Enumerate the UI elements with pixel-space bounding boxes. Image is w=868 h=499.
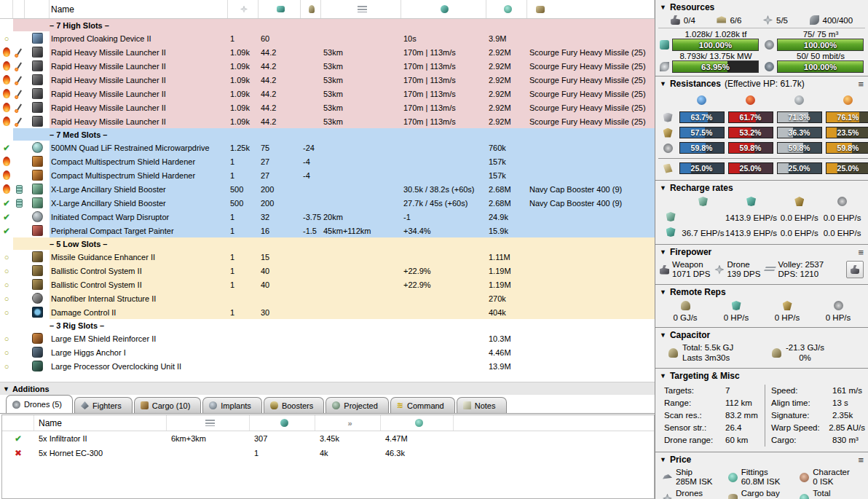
shield-explosive-resist: 76.1% [826, 111, 868, 123]
module-row[interactable]: X-Large Ancillary Shield Booster50020030… [0, 182, 655, 196]
module-charge: Scourge Fury Heavy Missile (25) [527, 45, 655, 59]
speed-sig-icon[interactable] [401, 0, 486, 18]
command-waves-icon: ≋ [397, 401, 403, 410]
resistances-title: Resistances [670, 79, 721, 89]
module-row[interactable]: ✔X-Large Ancillary Shield Booster5002002… [0, 196, 655, 210]
dps-graph-button[interactable] [846, 261, 864, 278]
remote-reps-header[interactable]: ▼ Remote Reps [658, 286, 865, 298]
menu-icon[interactable]: ≡ [858, 455, 864, 465]
drone-icon [714, 265, 724, 275]
module-row[interactable]: Rapid Heavy Missile Launcher II1.09k44.2… [0, 59, 655, 73]
module-state-cell[interactable]: ○ [0, 345, 13, 359]
module-row[interactable]: Rapid Heavy Missile Launcher II1.09k44.2… [0, 101, 655, 114]
module-row[interactable]: ○Improved Cloaking Device II16010s3.9M [0, 31, 655, 45]
module-state-cell[interactable]: ○ [0, 278, 13, 291]
module-row[interactable]: ○Large Processor Overclocking Unit II13.… [0, 359, 655, 373]
module-state-cell[interactable]: ✔ [0, 196, 13, 210]
module-state-cell[interactable]: ✔ [0, 141, 13, 154]
tab-booster[interactable]: Boosters [264, 397, 324, 413]
module-state-cell[interactable] [0, 168, 13, 182]
drone-state-cell[interactable]: ✔ [2, 433, 34, 444]
module-qty [228, 331, 259, 345]
price-icon[interactable] [486, 0, 527, 18]
module-state-cell[interactable] [0, 182, 13, 196]
module-state-cell[interactable]: ✔ [0, 210, 13, 224]
drone-state-cell[interactable]: ✖ [2, 448, 34, 458]
module-state-cell[interactable] [0, 45, 13, 59]
module-indicator-cell [13, 278, 25, 291]
hull-transfer-icon [834, 301, 843, 310]
module-row[interactable]: Rapid Heavy Missile Launcher II1.09k44.2… [0, 73, 655, 87]
optimal-range-icon[interactable] [167, 415, 250, 431]
module-state-cell[interactable]: ✔ [0, 224, 13, 237]
menu-icon[interactable]: ≡ [858, 79, 864, 90]
module-state-cell[interactable]: ○ [0, 291, 13, 305]
module-row[interactable]: ○Large Higgs Anchor I4.46M [0, 345, 655, 359]
module-state-cell[interactable]: ○ [0, 250, 13, 264]
module-row[interactable]: ○Ballistic Control System II140+22.9%1.1… [0, 278, 655, 291]
recharge-header[interactable]: ▼ Recharge rates [658, 182, 865, 194]
stat-label: Signature: [771, 409, 832, 422]
module-state-cell[interactable] [0, 73, 13, 87]
module-state-cell[interactable] [0, 101, 13, 114]
module-row[interactable]: ○Ballistic Control System II140+22.9%1.1… [0, 264, 655, 278]
resist-percent: 76.1% [826, 112, 868, 122]
module-state-cell[interactable] [0, 114, 13, 128]
module-row[interactable]: ○Large EM Shield Reinforcer II10.3M [0, 331, 655, 345]
module-row[interactable]: ○Missile Guidance Enhancer II1151.11M [0, 250, 655, 264]
module-row[interactable]: ○Damage Control II130404k [0, 305, 655, 319]
module-indicator-cell [13, 154, 25, 168]
module-row[interactable]: ✔500MN Quad LiF Restrained Microwarpdriv… [0, 141, 655, 154]
tab-command[interactable]: ≋Command [390, 397, 455, 413]
module-state-cell[interactable] [0, 154, 13, 168]
module-row[interactable]: Rapid Heavy Missile Launcher II1.09k44.2… [0, 114, 655, 128]
module-cpu: 27 [259, 168, 301, 182]
hardpoints-row: 0/46/65/5400/400 [658, 13, 865, 28]
price-icon[interactable] [381, 415, 454, 431]
module-row[interactable]: Rapid Heavy Missile Launcher II1.09k44.2… [0, 87, 655, 101]
dronebay-icon [765, 40, 774, 50]
chevrons-icon[interactable]: » [315, 415, 381, 431]
module-state-cell[interactable]: ○ [0, 359, 13, 373]
ship-price-value: 285M ISK [676, 477, 713, 487]
module-row[interactable]: ✔Peripheral Compact Target Painter116-1.… [0, 224, 655, 237]
module-state-cell[interactable]: ○ [0, 31, 13, 45]
module-row[interactable]: Compact Multispectrum Shield Hardener127… [0, 168, 655, 182]
optimal-range-icon[interactable] [321, 0, 401, 18]
module-state-cell[interactable]: ○ [0, 331, 13, 345]
module-row[interactable]: Rapid Heavy Missile Launcher II1.09k44.2… [0, 45, 655, 59]
module-price: 1.19M [486, 278, 527, 291]
module-state-cell[interactable] [0, 59, 13, 73]
cpu-icon[interactable] [259, 0, 301, 18]
tab-notes[interactable]: Notes [457, 397, 507, 413]
tab-implant[interactable]: Implants [202, 397, 262, 413]
additions-section-header[interactable]: ▼ Additions [0, 382, 655, 395]
menu-icon[interactable]: ≡ [858, 247, 864, 258]
module-state-cell[interactable]: ○ [0, 264, 13, 278]
speed-icon[interactable] [250, 415, 315, 431]
drone-name-column-header[interactable]: Name [34, 415, 167, 431]
name-column-header[interactable]: Name [50, 0, 228, 18]
ammo-qty-icon[interactable] [228, 0, 259, 18]
tab-fighter[interactable]: Fighters [74, 397, 133, 413]
powergrid-icon[interactable] [301, 0, 321, 18]
module-row[interactable]: ✔Initiated Compact Warp Disruptor132-3.7… [0, 210, 655, 224]
targeting-header[interactable]: ▼ Targeting & Misc [658, 370, 865, 382]
cpu-percent: 100.00% [673, 39, 758, 50]
drone-row[interactable]: ✔5x Infiltrator II6km+3km3073.45k4.47M [2, 431, 654, 446]
shield-kinetic-resist: 71.3% [777, 111, 822, 123]
price-header[interactable]: ▼ Price [658, 454, 865, 465]
module-state-cell[interactable]: ○ [0, 305, 13, 319]
tab-cargo[interactable]: Cargo (10) [134, 397, 202, 413]
drone-row[interactable]: ✖5x Hornet EC-30014k46.3k [2, 446, 654, 460]
module-row[interactable]: ○Nanofiber Internal Structure II270k [0, 291, 655, 305]
resources-header[interactable]: ▼ Resources [658, 1, 865, 13]
resistances-header[interactable]: ▼ Resistances (Effective HP: 61.7k) [658, 78, 865, 90]
tab-drone[interactable]: Drones (5) [6, 395, 73, 413]
module-state-cell[interactable] [0, 87, 13, 101]
firepower-header[interactable]: ▼ Firepower [658, 246, 865, 258]
charge-icon[interactable] [527, 0, 655, 18]
capacitor-header[interactable]: ▼ Capacitor [658, 329, 865, 341]
tab-projected[interactable]: Projected [326, 397, 388, 413]
module-row[interactable]: Compact Multispectrum Shield Hardener127… [0, 154, 655, 168]
